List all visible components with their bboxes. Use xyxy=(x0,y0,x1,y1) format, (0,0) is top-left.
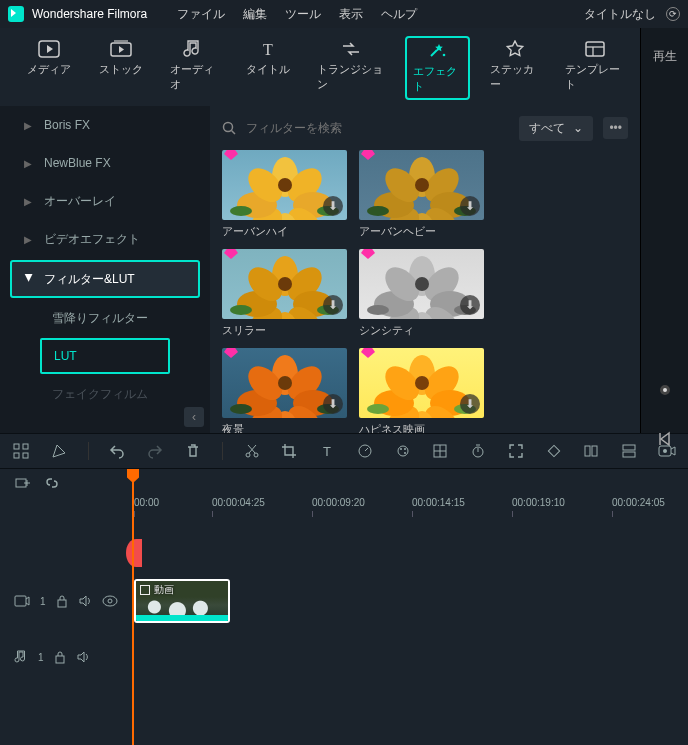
delete-icon[interactable] xyxy=(184,442,202,460)
tab-title-label: タイトル xyxy=(246,62,290,77)
record-screen-icon[interactable] xyxy=(658,442,676,460)
ruler-tick: 00:00:19:10 xyxy=(512,497,565,508)
tab-transition-label: トランジション xyxy=(317,62,386,92)
mute-icon[interactable] xyxy=(76,650,90,664)
sidebar-item-boris[interactable]: ▶Boris FX xyxy=(0,106,210,144)
text-icon[interactable]: T xyxy=(318,442,336,460)
menu-file[interactable]: ファイル xyxy=(177,6,225,23)
separator xyxy=(88,442,89,460)
sidebar-sub-lut[interactable]: LUT xyxy=(40,338,170,374)
cut-icon[interactable] xyxy=(243,442,261,460)
more-menu[interactable]: ••• xyxy=(603,117,628,139)
lock-icon[interactable] xyxy=(54,650,66,664)
tab-effect[interactable]: エフェクト xyxy=(405,36,470,100)
lock-icon[interactable] xyxy=(56,594,68,608)
sidebar-item-newblue[interactable]: ▶NewBlue FX xyxy=(0,144,210,182)
tab-media[interactable]: メディア xyxy=(20,36,78,100)
menu-tools[interactable]: ツール xyxy=(285,6,321,23)
info-icon[interactable]: ⟳ xyxy=(666,7,680,21)
tab-template[interactable]: テンプレート xyxy=(559,36,630,100)
grid-icon[interactable] xyxy=(431,442,449,460)
thumb-happiness[interactable]: ⬇ ハピネス映画 xyxy=(359,348,484,433)
ruler-tick: 00:00 xyxy=(134,497,159,508)
sidebar-item-videoeffect[interactable]: ▶ビデオエフェクト xyxy=(0,220,210,258)
tab-sticker[interactable]: ステッカー xyxy=(484,36,545,100)
fullscreen-icon[interactable] xyxy=(507,442,525,460)
redo-icon[interactable] xyxy=(146,442,164,460)
download-icon[interactable]: ⬇ xyxy=(460,394,480,414)
scroll-marker[interactable] xyxy=(126,539,142,567)
premium-icon xyxy=(224,150,240,166)
crop-icon[interactable] xyxy=(280,442,298,460)
video-track: 1 動画 xyxy=(0,575,688,627)
svg-text:T: T xyxy=(323,444,331,459)
sidebar-sub-snow[interactable]: 雪降りフィルター xyxy=(0,300,210,336)
thumb-urban-heavy[interactable]: ⬇ アーバンヘビー xyxy=(359,150,484,239)
filter-select[interactable]: すべて⌄ xyxy=(519,116,593,141)
sidebar-collapse-button[interactable]: ‹ xyxy=(184,407,204,427)
svg-rect-34 xyxy=(592,446,597,456)
audio-icon xyxy=(183,40,205,58)
menu-view[interactable]: 表示 xyxy=(339,6,363,23)
record-icon[interactable] xyxy=(660,385,670,395)
search-input[interactable] xyxy=(246,121,509,135)
thumb-sincity[interactable]: ⬇ シンシティ xyxy=(359,249,484,338)
sidebar-item-filterlut[interactable]: ▶フィルター&LUT xyxy=(10,260,200,298)
playhead[interactable] xyxy=(132,469,134,745)
sidebar-sub-fake-label: フェイクフィルム xyxy=(52,386,148,403)
download-icon[interactable]: ⬇ xyxy=(323,295,343,315)
tab-audio[interactable]: オーディオ xyxy=(164,36,225,100)
svg-rect-46 xyxy=(56,656,64,663)
title-icon: T xyxy=(257,40,279,58)
effects-sidebar: ▶Boris FX ▶NewBlue FX ▶オーバーレイ ▶ビデオエフェクト … xyxy=(0,106,210,433)
thumbnails-grid: ⬇ アーバンハイ xyxy=(222,150,628,433)
tab-stock[interactable]: ストック xyxy=(92,36,150,100)
titlebar: Wondershare Filmora ファイル 編集 ツール 表示 ヘルプ タ… xyxy=(0,0,688,28)
marker-icon[interactable] xyxy=(582,442,600,460)
download-icon[interactable]: ⬇ xyxy=(460,196,480,216)
add-track-icon[interactable] xyxy=(14,475,32,491)
download-icon[interactable]: ⬇ xyxy=(323,196,343,216)
doc-title: タイトルなし xyxy=(584,6,656,23)
download-icon[interactable]: ⬇ xyxy=(460,295,480,315)
tab-stock-label: ストック xyxy=(99,62,143,77)
keyframe-icon[interactable] xyxy=(545,442,563,460)
svg-point-6 xyxy=(443,54,446,57)
timeline: 00:00 00:00:04:25 00:00:09:20 00:00:14:1… xyxy=(0,469,688,745)
sidebar-sub-snow-label: 雪降りフィルター xyxy=(52,310,148,327)
eye-icon[interactable] xyxy=(102,595,118,607)
preview-label: 再生 xyxy=(653,48,677,65)
sidebar-sub-fake[interactable]: フェイクフィルム xyxy=(0,376,210,412)
mute-icon[interactable] xyxy=(78,594,92,608)
download-icon[interactable]: ⬇ xyxy=(323,394,343,414)
track-icon[interactable] xyxy=(620,442,638,460)
svg-rect-15 xyxy=(23,444,28,449)
video-clip[interactable]: 動画 xyxy=(134,579,230,623)
pen-tool-icon[interactable] xyxy=(50,442,68,460)
asset-tabs: メディア ストック オーディオ T タイトル トランジション エフェクト xyxy=(0,28,640,106)
selection-tool-icon[interactable] xyxy=(12,442,30,460)
thumb-nightview[interactable]: ⬇ 夜景 xyxy=(222,348,347,433)
time-ruler[interactable]: 00:00 00:00:04:25 00:00:09:20 00:00:14:1… xyxy=(130,497,688,523)
timer-icon[interactable] xyxy=(469,442,487,460)
sidebar-item-overlay[interactable]: ▶オーバーレイ xyxy=(0,182,210,220)
sidebar-label-overlay: オーバーレイ xyxy=(44,193,116,210)
audio-track: 1 xyxy=(0,631,688,683)
premium-icon xyxy=(361,348,377,364)
thumb-thriller[interactable]: ⬇ スリラー xyxy=(222,249,347,338)
menu-help[interactable]: ヘルプ xyxy=(381,6,417,23)
link-icon[interactable] xyxy=(44,475,62,491)
tab-title[interactable]: T タイトル xyxy=(239,36,297,100)
sidebar-label-newblue: NewBlue FX xyxy=(44,156,111,170)
speed-icon[interactable] xyxy=(356,442,374,460)
svg-point-19 xyxy=(254,453,258,457)
menu-edit[interactable]: 編集 xyxy=(243,6,267,23)
svg-rect-7 xyxy=(586,42,604,56)
color-icon[interactable] xyxy=(394,442,412,460)
undo-icon[interactable] xyxy=(108,442,126,460)
template-icon xyxy=(584,40,606,58)
thumb-caption: 夜景 xyxy=(222,422,347,433)
thumb-urban-high[interactable]: ⬇ アーバンハイ xyxy=(222,150,347,239)
separator xyxy=(222,442,223,460)
tab-transition[interactable]: トランジション xyxy=(311,36,392,100)
